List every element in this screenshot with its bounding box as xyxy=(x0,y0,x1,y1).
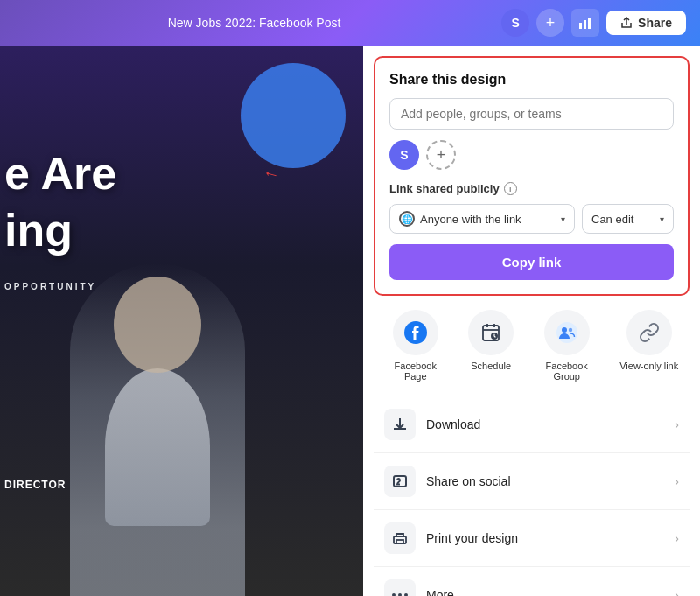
facebook-group-icon-circle xyxy=(544,310,590,355)
app-header: New Jobs 2022: Facebook Post S + Share xyxy=(0,0,700,46)
can-edit-chevron-icon: ▾ xyxy=(660,214,664,224)
people-search-input[interactable] xyxy=(389,98,674,130)
svg-point-11 xyxy=(569,328,572,332)
download-row[interactable]: Download › xyxy=(374,396,690,452)
anyone-with-link-dropdown[interactable]: 🌐 Anyone with the link ▾ xyxy=(389,204,575,234)
share-panel: Share this design S + Link shared public… xyxy=(363,46,700,596)
share-button[interactable]: Share xyxy=(606,11,686,35)
more-icon-box xyxy=(384,579,416,596)
facebook-page-button[interactable]: Facebook Page xyxy=(385,310,446,382)
document-title: New Jobs 2022: Facebook Post xyxy=(168,16,341,30)
print-your-design-label: Print your design xyxy=(426,531,664,545)
stats-button[interactable] xyxy=(571,9,599,37)
download-label: Download xyxy=(426,417,664,431)
download-icon-box xyxy=(384,409,416,440)
view-only-link-icon-circle xyxy=(626,310,672,355)
link-controls: 🌐 Anyone with the link ▾ Can edit ▾ xyxy=(389,204,674,234)
facebook-page-label: Facebook Page xyxy=(385,361,446,382)
share-on-social-label: Share on social xyxy=(426,474,664,488)
share-user-avatar[interactable]: S xyxy=(389,140,419,170)
view-only-link-label: View-only link xyxy=(620,361,678,371)
info-icon[interactable]: i xyxy=(504,182,517,195)
schedule-icon-circle xyxy=(468,310,514,355)
share-panel-title: Share this design xyxy=(389,72,674,88)
add-button[interactable]: + xyxy=(536,9,564,37)
canvas-opportunity: OPPORTUNITY xyxy=(4,282,96,291)
svg-rect-0 xyxy=(579,23,582,29)
svg-rect-14 xyxy=(396,540,403,543)
share-options: Facebook Page Schedule xyxy=(363,296,700,596)
schedule-button[interactable]: Schedule xyxy=(468,310,514,382)
decorative-circle xyxy=(241,63,346,168)
more-label: More xyxy=(426,588,664,596)
svg-point-9 xyxy=(556,322,578,343)
copy-link-button[interactable]: Copy link xyxy=(389,244,674,280)
view-only-link-button[interactable]: View-only link xyxy=(620,310,678,382)
svg-rect-1 xyxy=(584,20,586,29)
more-row[interactable]: More › xyxy=(374,566,690,596)
facebook-page-icon-circle xyxy=(393,310,438,355)
share-avatars-row: S + xyxy=(389,140,674,170)
share-on-social-chevron-icon: › xyxy=(675,474,679,488)
facebook-group-label: Facebook Group xyxy=(536,361,598,382)
user-avatar[interactable]: S xyxy=(501,9,529,37)
svg-rect-2 xyxy=(588,18,591,29)
globe-icon: 🌐 xyxy=(399,211,415,227)
can-edit-dropdown[interactable]: Can edit ▾ xyxy=(582,204,674,234)
link-shared-publicly-label: Link shared publicly i xyxy=(389,182,674,195)
canvas-director: DIRECTOR xyxy=(4,479,66,491)
share-icons-row: Facebook Page Schedule xyxy=(374,310,690,382)
share-on-social-icon-box xyxy=(384,466,416,497)
add-person-button[interactable]: + xyxy=(426,140,456,170)
anyone-chevron-icon: ▾ xyxy=(561,214,565,224)
share-on-social-row[interactable]: Share on social › xyxy=(374,452,690,509)
schedule-label: Schedule xyxy=(471,361,511,371)
download-chevron-icon: › xyxy=(675,417,679,431)
print-your-design-row[interactable]: Print your design › xyxy=(374,509,690,566)
facebook-group-button[interactable]: Facebook Group xyxy=(536,310,598,382)
svg-point-10 xyxy=(562,327,567,333)
print-icon-box xyxy=(384,522,416,554)
more-chevron-icon: › xyxy=(675,588,679,596)
share-design-box: Share this design S + Link shared public… xyxy=(374,56,690,296)
canvas-area: e Are ing OPPORTUNITY DIRECTOR ← xyxy=(0,46,363,596)
print-chevron-icon: › xyxy=(675,531,679,545)
